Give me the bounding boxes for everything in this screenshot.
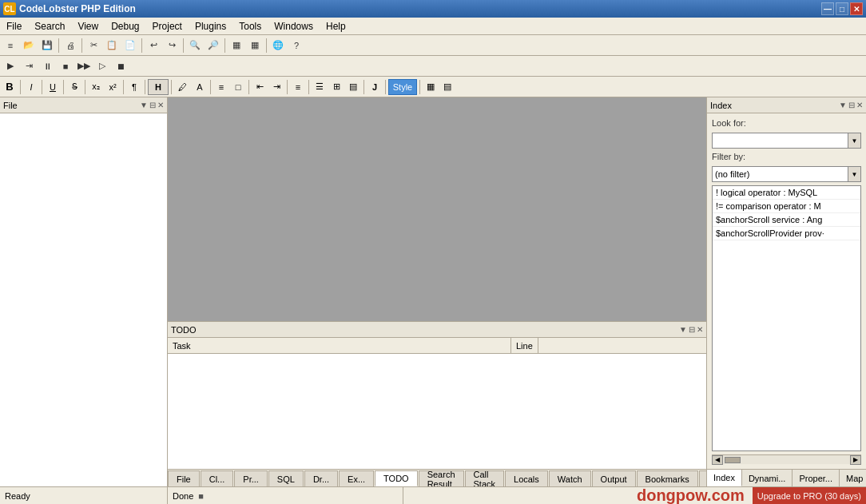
file-panel-header: File ▼ ⊟ ✕ — [0, 97, 167, 113]
fmt-sep-6 — [145, 80, 145, 94]
upgrade-button[interactable]: Upgrade to PRO (30 days) — [753, 487, 866, 504]
list2-button[interactable]: ⊞ — [328, 79, 344, 95]
superscript-button[interactable]: x² — [105, 79, 121, 95]
list-item[interactable]: $anchorScroll service : Ang — [713, 213, 860, 227]
align-left-button[interactable]: ≡ — [213, 79, 229, 95]
bottom-tab-bookmarks[interactable]: Bookmarks — [637, 470, 698, 486]
menu-view[interactable]: View — [71, 18, 105, 34]
index-dropdown[interactable]: ▼ — [839, 101, 847, 109]
index-tab-proper-[interactable]: Proper... — [793, 470, 840, 486]
paragraph-button[interactable]: ¶ — [126, 79, 142, 95]
run2-button[interactable]: ▶▶ — [75, 58, 93, 75]
list3-button[interactable]: ▤ — [345, 79, 361, 95]
heading-button[interactable]: H — [148, 79, 169, 95]
pause-button[interactable]: ⏸ — [38, 58, 56, 75]
todo-title: TODO — [171, 325, 197, 335]
copy-button[interactable]: 📋 — [103, 37, 121, 54]
menu-help[interactable]: Help — [320, 18, 352, 34]
help-button[interactable]: ? — [288, 37, 305, 54]
web-button[interactable]: 🌐 — [269, 37, 287, 54]
menu-project[interactable]: Project — [146, 18, 189, 34]
scroll-left-btn[interactable]: ◀ — [712, 455, 723, 465]
bottom-tab-file[interactable]: File — [168, 470, 200, 486]
outdent-button[interactable]: ⇥ — [268, 79, 284, 95]
bottom-tab-search-result[interactable]: Search Result — [419, 470, 464, 486]
index-tab-dynami-[interactable]: Dynami... — [742, 470, 793, 486]
bottom-tab-dr...[interactable]: Dr... — [304, 470, 338, 486]
underline-button[interactable]: U — [45, 79, 61, 95]
minimize-button[interactable]: — — [821, 2, 834, 15]
filter-by-select[interactable]: (no filter) — [713, 169, 848, 180]
highlight-button[interactable]: 🖊 — [174, 79, 191, 95]
box-button[interactable]: □ — [230, 79, 246, 95]
table2-button[interactable]: ▦ — [246, 37, 264, 54]
editor-area[interactable] — [168, 97, 706, 321]
open-button[interactable]: 📂 — [20, 37, 38, 54]
bottom-tab-sql[interactable]: SQL — [268, 470, 304, 486]
look-for-input[interactable] — [713, 135, 848, 146]
menu-search[interactable]: Search — [28, 18, 71, 34]
save-button[interactable]: 💾 — [38, 37, 56, 54]
menu-windows[interactable]: Windows — [268, 18, 320, 34]
todo-minimize[interactable]: ⊟ — [689, 325, 695, 334]
scroll-right-btn[interactable]: ▶ — [850, 455, 861, 465]
list-item[interactable]: ! logical operator : MySQL — [713, 186, 860, 200]
file-panel-dropdown[interactable]: ▼ — [140, 101, 148, 109]
bottom-tab-watch[interactable]: Watch — [549, 470, 591, 486]
subscript-button[interactable]: x₂ — [88, 79, 104, 95]
cut-button[interactable]: ✂ — [85, 37, 102, 54]
redo-button[interactable]: ↪ — [163, 37, 181, 54]
bottom-tab-ex...[interactable]: Ex... — [339, 470, 374, 486]
todo-dropdown[interactable]: ▼ — [679, 325, 687, 334]
menu-debug[interactable]: Debug — [105, 18, 145, 34]
color-button[interactable]: A — [192, 79, 208, 95]
table-button[interactable]: ▦ — [228, 37, 245, 54]
strikethrough-button[interactable]: S̶ — [66, 79, 82, 95]
list-item[interactable]: $anchorScrollProvider prov· — [713, 227, 860, 240]
menu-file[interactable]: File — [0, 18, 28, 34]
stop2-button[interactable]: ⏹ — [112, 58, 129, 75]
index-tab-index[interactable]: Index — [707, 470, 742, 486]
bold2-button[interactable]: J — [367, 79, 383, 95]
format-button[interactable]: ▦ — [423, 79, 439, 95]
filter-dropdown-btn[interactable]: ▼ — [848, 167, 860, 181]
file-panel-close[interactable]: ✕ — [157, 101, 164, 109]
print-button[interactable]: 🖨 — [62, 37, 79, 54]
bottom-tab-call-stack[interactable]: Call Stack — [465, 470, 505, 486]
maximize-button[interactable]: □ — [836, 2, 848, 15]
bottom-tab-todo[interactable]: TODO — [375, 470, 418, 486]
index-tab-map[interactable]: Map — [840, 470, 866, 486]
run-button[interactable]: ▶ — [2, 58, 19, 75]
bottom-tab-cl...[interactable]: Cl... — [201, 470, 234, 486]
search-button[interactable]: 🔍 — [186, 37, 204, 54]
file-panel: File ▼ ⊟ ✕ — [0, 97, 168, 486]
index-close[interactable]: ✕ — [856, 101, 863, 109]
look-for-dropdown-btn[interactable]: ▼ — [848, 133, 860, 148]
menu-plugins[interactable]: Plugins — [189, 18, 232, 34]
list-button[interactable]: ☰ — [312, 79, 328, 95]
list-item[interactable]: != comparison operator : M — [713, 200, 860, 213]
paste-button[interactable]: 📄 — [121, 37, 139, 54]
file-panel-minimize[interactable]: ⊟ — [149, 101, 156, 109]
step-over-button[interactable]: ⇥ — [20, 58, 38, 75]
todo-close[interactable]: ✕ — [697, 325, 703, 334]
new-button[interactable]: ≡ — [2, 37, 19, 54]
italic-button[interactable]: I — [23, 79, 39, 95]
zoom-button[interactable]: 🔎 — [205, 37, 222, 54]
indent-button[interactable]: ⇤ — [252, 79, 268, 95]
index-minimize[interactable]: ⊟ — [848, 101, 855, 109]
format2-button[interactable]: ▤ — [439, 79, 455, 95]
scroll-thumb[interactable] — [725, 457, 741, 463]
stop-button[interactable]: ■ — [57, 58, 74, 75]
bottom-tab-locals[interactable]: Locals — [505, 470, 548, 486]
style-button[interactable]: Style — [388, 79, 417, 95]
bottom-tab-pr...[interactable]: Pr... — [234, 470, 268, 486]
align-center-button[interactable]: ≡ — [290, 79, 306, 95]
bottom-tab-output[interactable]: Output — [592, 470, 636, 486]
bold-button[interactable]: B — [2, 79, 18, 95]
continue-button[interactable]: ▷ — [93, 58, 111, 75]
undo-button[interactable]: ↩ — [145, 37, 162, 54]
menu-tools[interactable]: Tools — [232, 18, 268, 34]
close-button[interactable]: ✕ — [850, 2, 863, 15]
index-list-scrollbar[interactable]: ◀ ▶ — [712, 454, 861, 464]
